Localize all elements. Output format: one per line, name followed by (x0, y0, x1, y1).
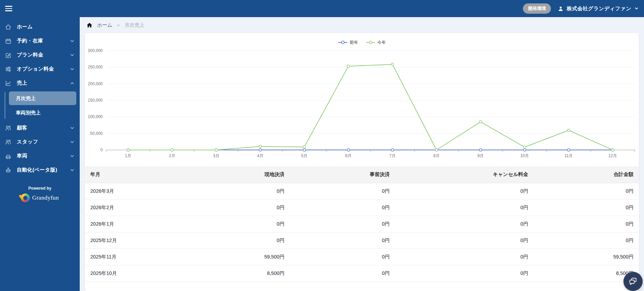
cell-onsite-payment: 59,500円 (207, 249, 290, 265)
sidebar-footer: Powered by Grandyfun (0, 186, 80, 202)
data-point-前年 (303, 149, 306, 151)
legend-item-前年[interactable]: 前年 (338, 40, 358, 46)
legend-marker-icon (338, 40, 348, 45)
grandyfun-logo-icon (21, 193, 30, 202)
cell-cancel-fee: 0円 (395, 249, 534, 265)
environment-badge: 開発環境 (523, 3, 551, 14)
y-tick-label: 250,000 (88, 65, 103, 69)
sidebar-item-1[interactable]: 予約・在庫 (0, 34, 80, 48)
data-point-今年 (347, 65, 350, 68)
sidebar-item-label: 予約・在庫 (17, 38, 70, 44)
app-root: ホーム 予約・在庫 プラン料金 オプション料金 売上 月次売上 車両別売上 顧客… (0, 0, 644, 291)
x-tick-label: 5月 (301, 153, 308, 158)
x-tick-label: 10月 (520, 153, 529, 158)
account-menu[interactable]: 株式会社グランディファン (558, 5, 639, 12)
x-tick-label: 3月 (213, 153, 220, 158)
home-icon[interactable] (87, 22, 92, 28)
sliders-icon (5, 66, 12, 73)
cell-prepaid-payment: 0円 (290, 249, 395, 265)
chevron-down-icon (70, 168, 74, 172)
robot-icon (5, 167, 12, 174)
customers-icon (5, 125, 12, 131)
cell-total-amount: 0円 (533, 216, 639, 232)
x-tick-label: 8月 (433, 153, 440, 158)
cell-cancel-fee: 0円 (395, 265, 534, 281)
sidebar-item-label: 自動化(ベータ版) (17, 167, 70, 173)
sidebar-subitem-車両別売上[interactable]: 車両別売上 (9, 106, 76, 119)
data-point-今年 (611, 149, 614, 151)
sidebar-item-0[interactable]: ホーム (0, 20, 80, 34)
data-point-前年 (523, 149, 526, 151)
breadcrumb-home-link[interactable]: ホーム (97, 22, 112, 28)
breadcrumb-separator: > (117, 23, 120, 28)
cell-cancel-fee: 0円 (395, 216, 534, 232)
brand-name: Grandyfun (32, 194, 59, 201)
chevron-down-icon (634, 7, 639, 11)
sidebar-item-4[interactable]: 売上 (0, 76, 80, 90)
column-header-2: 事前決済 (290, 166, 395, 183)
sidebar-item-7[interactable]: 車両 (0, 149, 80, 163)
sidebar-item-label: スタッフ (17, 139, 70, 145)
sidebar-submenu: 月次売上 車両別売上 (0, 90, 80, 121)
chevron-up-icon (70, 81, 74, 85)
cell-prepaid-payment: 0円 (290, 183, 395, 199)
no-chevron (70, 25, 74, 29)
cell-year-month: 2026年3月 (85, 183, 207, 199)
breadcrumb: ホーム > 月次売上 (85, 17, 639, 33)
legend-item-今年[interactable]: 今年 (366, 40, 386, 46)
monthly-sales-card: 前年今年 050,000100,000150,000200,000250,000… (85, 33, 639, 291)
x-tick-label: 11月 (565, 153, 573, 158)
table-row: 2026年3月 0円 0円 0円 0円 (85, 183, 639, 199)
sidebar-item-8[interactable]: 自動化(ベータ版) (0, 163, 80, 177)
calendar-icon (5, 38, 12, 45)
sidebar-item-label: ホーム (17, 24, 70, 30)
legend-label: 前年 (350, 40, 358, 46)
data-point-前年 (479, 149, 482, 151)
cell-year-month: 2025年10月 (85, 265, 207, 281)
data-point-今年 (303, 146, 306, 149)
menu-toggle-button[interactable] (0, 0, 80, 17)
chevron-down-icon (70, 39, 74, 43)
cell-onsite-payment: 0円 (207, 216, 290, 232)
sidebar-subitem-月次売上[interactable]: 月次売上 (9, 91, 76, 105)
chevron-down-icon (70, 140, 74, 144)
company-name: 株式会社グランディファン (567, 5, 631, 12)
cell-total-amount: 59,500円 (533, 249, 639, 265)
table-row: 2025年10月 8,500円 0円 0円 8,500円 (85, 265, 639, 281)
data-point-今年 (259, 145, 262, 148)
page-content: ホーム > 月次売上 前年今年 050,000100,000150,000200… (80, 17, 644, 291)
chevron-down-icon (70, 154, 74, 158)
data-point-今年 (435, 149, 438, 151)
sidebar-item-label: 売上 (17, 80, 70, 86)
home-icon (5, 24, 12, 30)
chart-section: 前年今年 050,000100,000150,000200,000250,000… (85, 33, 639, 164)
main-area: 開発環境 株式会社グランディファン ホーム > 月次売上 (80, 0, 644, 291)
chart-legend: 前年今年 (85, 38, 639, 47)
cell-total-amount: 0円 (533, 199, 639, 216)
data-point-今年 (127, 149, 130, 151)
cell-prepaid-payment: 0円 (290, 265, 395, 281)
chat-support-button[interactable] (623, 272, 643, 291)
sidebar-item-6[interactable]: スタッフ (0, 135, 80, 149)
sidebar-item-2[interactable]: プラン料金 (0, 48, 80, 62)
series-line-今年 (128, 64, 613, 150)
sidebar-item-5[interactable]: 顧客 (0, 121, 80, 135)
table-header-row: 年月現地決済事前決済キャンセル料金合計金額 (85, 166, 639, 183)
table-row: 2026年2月 0円 0円 0円 0円 (85, 199, 639, 216)
sidebar: ホーム 予約・在庫 プラン料金 オプション料金 売上 月次売上 車両別売上 顧客… (0, 0, 80, 291)
sidebar-item-3[interactable]: オプション料金 (0, 62, 80, 76)
cell-cancel-fee: 0円 (395, 199, 534, 216)
cell-cancel-fee: 0円 (395, 183, 534, 199)
data-point-前年 (259, 149, 262, 151)
brand-row: Grandyfun (21, 193, 59, 202)
edit-icon (5, 52, 12, 59)
y-tick-label: 0 (100, 148, 103, 152)
table-row: 2026年1月 0円 0円 0円 0円 (85, 216, 639, 232)
staff-icon (5, 139, 12, 146)
sidebar-item-label: 顧客 (17, 125, 70, 131)
cell-prepaid-payment: 0円 (290, 232, 395, 249)
legend-marker-icon (366, 40, 375, 45)
data-point-前年 (347, 149, 350, 151)
cell-year-month: 2026年2月 (85, 199, 207, 216)
monthly-sales-table: 年月現地決済事前決済キャンセル料金合計金額 2026年3月 0円 0円 0円 0… (85, 166, 639, 282)
